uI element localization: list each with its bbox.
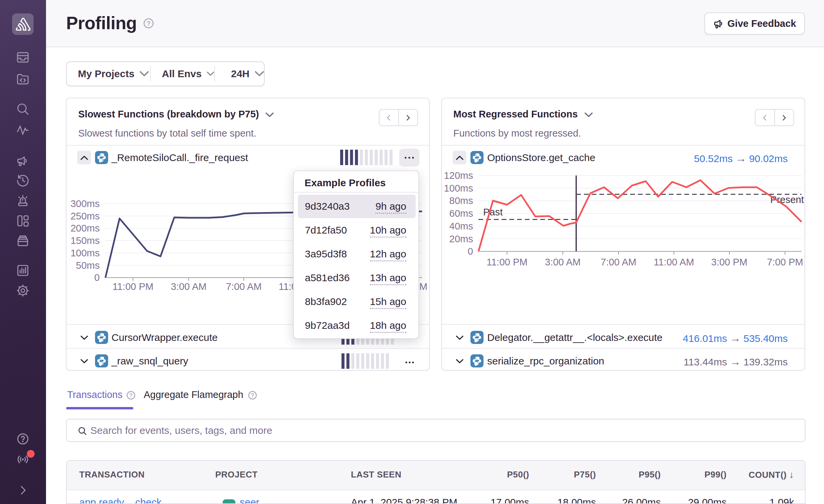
- svg-text:150ms: 150ms: [71, 235, 100, 246]
- svg-text:11:00 PM: 11:00 PM: [112, 281, 153, 292]
- svg-text:100ms: 100ms: [444, 183, 473, 194]
- svg-text:?: ?: [251, 392, 254, 398]
- svg-text:7:00 PM: 7:00 PM: [767, 257, 803, 267]
- svg-text:Past: Past: [483, 207, 503, 217]
- svg-text:3:00 PM: 3:00 PM: [711, 257, 747, 267]
- svg-text:3:00 AM: 3:00 AM: [171, 281, 207, 292]
- svg-text:300ms: 300ms: [71, 198, 100, 209]
- svg-text:40ms: 40ms: [449, 221, 473, 232]
- svg-text:250ms: 250ms: [71, 211, 100, 221]
- svg-text:3:00 AM: 3:00 AM: [545, 257, 581, 267]
- svg-text:120ms: 120ms: [444, 170, 473, 181]
- svg-text:11:00 PM: 11:00 PM: [487, 257, 528, 267]
- svg-text:60ms: 60ms: [449, 208, 473, 219]
- svg-text:7:00 AM: 7:00 AM: [226, 281, 262, 292]
- svg-text:0: 0: [468, 246, 473, 257]
- svg-text:50ms: 50ms: [76, 260, 100, 271]
- svg-text:0: 0: [94, 272, 100, 283]
- svg-text:80ms: 80ms: [449, 195, 473, 206]
- svg-text:?: ?: [129, 392, 133, 398]
- svg-text:200ms: 200ms: [71, 223, 100, 234]
- svg-text:20ms: 20ms: [449, 234, 473, 244]
- svg-text:11:00 AM: 11:00 AM: [654, 257, 694, 267]
- svg-text:100ms: 100ms: [71, 248, 100, 258]
- svg-text:?: ?: [147, 20, 151, 27]
- svg-text:7:00 AM: 7:00 AM: [601, 257, 636, 267]
